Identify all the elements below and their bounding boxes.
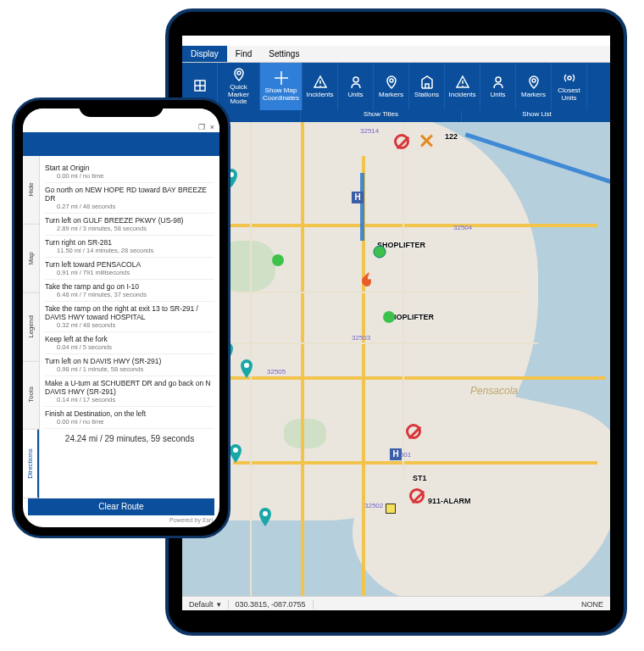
pin-icon	[526, 75, 541, 90]
status-bar: Default ▾ 030.3815, -087.0755 NONE	[182, 596, 610, 610]
person-icon	[491, 75, 506, 90]
svg-point-5	[532, 79, 536, 82]
svg-point-14	[263, 511, 268, 516]
map-canvas[interactable]: 32514 32504 32503 32505 32501 32502 Pens…	[182, 122, 610, 596]
svg-point-16	[272, 254, 284, 266]
station-label[interactable]: ST1	[413, 474, 427, 482]
btn-quick-marker-label: Quick Marker Mode	[219, 84, 258, 106]
btn-show-markers[interactable]: Markers	[374, 63, 409, 110]
list-incidents-label: Incidents	[448, 92, 475, 99]
user-badge: DEMO@ALL1	[175, 526, 213, 527]
basemap-value: Default	[189, 600, 214, 609]
ribbon-tabs: Display Find Settings	[182, 46, 610, 63]
basemap-dropdown[interactable]: Default ▾	[182, 600, 229, 609]
direction-step[interactable]: Make a U-turn at SCHUBERT DR and go back…	[45, 376, 214, 407]
hospital-icon[interactable]: H	[352, 192, 364, 203]
ribbon-group-labels: Show Titles Show List	[182, 110, 610, 122]
route-total: 24.24 mi / 29 minutes, 59 seconds	[45, 429, 214, 448]
svg-point-12	[244, 363, 249, 368]
direction-step[interactable]: Turn left on N DAVIS HWY (SR-291)0.98 mi…	[45, 354, 214, 376]
phone-screen: ❐ × Hide Map Legend Tools Directions Sta…	[23, 108, 219, 527]
unit-label: 122	[445, 132, 458, 141]
direction-step[interactable]: Turn left toward PENSACOLA0.91 mi / 791 …	[45, 258, 214, 280]
incident-marker[interactable]	[271, 253, 285, 272]
city-label: Pensacola	[470, 385, 518, 397]
side-tab-strip: Hide Map Legend Tools Directions	[23, 156, 40, 498]
direction-step[interactable]: Start at Origin0.00 mi / no time	[45, 161, 214, 183]
svg-point-2	[353, 77, 358, 82]
unit-marker[interactable]	[240, 359, 253, 378]
tab-find[interactable]: Find	[227, 46, 260, 62]
x-icon[interactable]	[419, 134, 433, 147]
crosshair-icon	[274, 70, 289, 86]
sidetab-map[interactable]: Map	[23, 225, 39, 293]
direction-step[interactable]: Finish at Destination, on the left0.00 m…	[45, 407, 214, 429]
direction-step[interactable]: Go north on NEW HOPE RD toward BAY BREEZ…	[45, 183, 214, 214]
incident-label[interactable]: 911-ALARM	[428, 497, 471, 505]
warning-icon	[455, 75, 470, 90]
restore-icon[interactable]: ❐	[198, 123, 205, 131]
tablet-screen: Display Find Settings Quick Marker Mode …	[182, 36, 610, 610]
btn-list-incidents[interactable]: Incidents	[445, 63, 480, 110]
tab-settings[interactable]: Settings	[260, 46, 308, 62]
zip-label: 32514	[360, 127, 379, 135]
phone-device: ❐ × Hide Map Legend Tools Directions Sta…	[12, 97, 230, 538]
clear-route-button[interactable]: Clear Route	[28, 498, 214, 515]
unit-marker[interactable]	[258, 508, 272, 526]
close-icon[interactable]: ×	[210, 123, 214, 131]
btn-show-coords[interactable]: Show Map Coordinates	[260, 63, 303, 110]
svg-point-3	[390, 79, 393, 82]
direction-step[interactable]: Turn right on SR-28111.50 mi / 14 minute…	[45, 236, 214, 258]
phone-titlebar	[23, 132, 219, 156]
show-incidents-label: Incidents	[306, 92, 333, 99]
btn-show-stations[interactable]: Stations	[409, 63, 445, 110]
building-icon	[419, 75, 435, 90]
window-controls: ❐ ×	[23, 122, 219, 132]
tablet-device: Display Find Settings Quick Marker Mode …	[165, 8, 627, 636]
btn-list-units[interactable]: Units	[480, 63, 516, 110]
pin-icon	[384, 75, 399, 90]
station-marker[interactable]	[386, 504, 396, 514]
list-markers-label: Markers	[521, 92, 546, 99]
direction-step[interactable]: Keep left at the fork0.04 mi / 5 seconds	[45, 332, 214, 354]
direction-step[interactable]: Take the ramp and go on I-106.48 mi / 7 …	[45, 280, 214, 302]
zip-label: 32505	[267, 368, 286, 376]
zip-label: 32502	[364, 502, 383, 509]
forbidden-icon[interactable]	[409, 488, 425, 504]
sidetab-directions[interactable]: Directions	[23, 430, 39, 498]
group-show-titles: Show Titles	[301, 110, 462, 122]
sidetab-legend[interactable]: Legend	[23, 293, 39, 362]
hospital-icon[interactable]: H	[390, 448, 402, 460]
pin-plus-icon	[231, 67, 247, 82]
btn-show-incidents[interactable]: Incidents	[303, 63, 338, 110]
forbidden-icon[interactable]	[406, 424, 421, 439]
direction-step[interactable]: Turn left on GULF BREEZE PKWY (US-98)2.8…	[45, 214, 214, 236]
directions-list[interactable]: Start at Origin0.00 mi / no timeGo north…	[45, 161, 214, 429]
tab-display[interactable]: Display	[182, 46, 227, 62]
person-icon	[348, 75, 364, 90]
unit-marker[interactable]	[229, 444, 242, 463]
btn-list-markers[interactable]: Markers	[516, 63, 552, 110]
btn-show-units[interactable]: Units	[338, 63, 374, 110]
fire-icon[interactable]	[360, 271, 377, 288]
direction-step[interactable]: Take the ramp on the right at exit 13 to…	[45, 302, 214, 332]
incident-marker[interactable]	[382, 310, 396, 329]
svg-point-4	[496, 77, 501, 82]
svg-point-13	[233, 448, 238, 453]
btn-quick-marker[interactable]: Quick Marker Mode	[218, 63, 260, 110]
sidetab-tools[interactable]: Tools	[23, 361, 39, 430]
show-units-label: Units	[347, 92, 363, 99]
svg-point-1	[237, 71, 241, 75]
ribbon-toolbar: Quick Marker Mode Show Map Coordinates I…	[182, 63, 610, 110]
zip-label: 32503	[352, 334, 370, 342]
sidetab-hide[interactable]: Hide	[23, 156, 39, 225]
show-markers-label: Markers	[379, 92, 403, 99]
svg-point-17	[383, 311, 395, 323]
broadcast-icon	[562, 70, 577, 86]
layers-icon	[192, 78, 208, 93]
show-stations-label: Stations	[414, 92, 439, 99]
incident-marker[interactable]	[373, 245, 386, 264]
forbidden-icon[interactable]	[394, 134, 409, 149]
group-show-list: Show List	[462, 110, 610, 122]
btn-closest-units[interactable]: Closest Units	[552, 63, 587, 110]
